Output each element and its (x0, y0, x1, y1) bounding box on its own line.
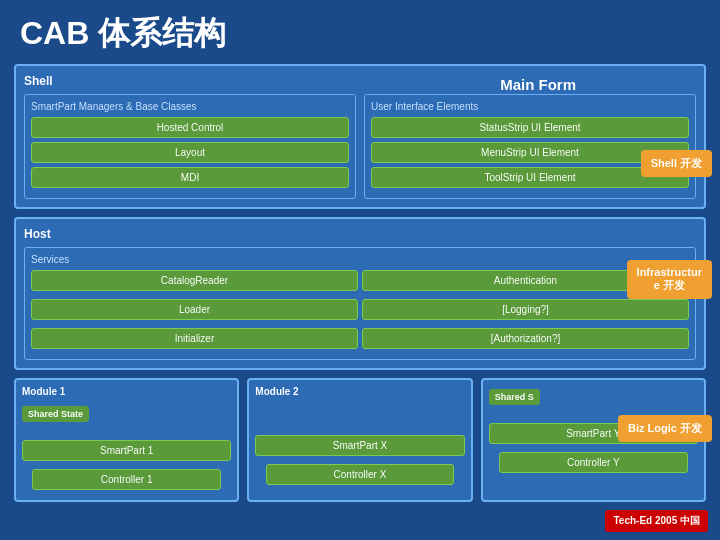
shell-right-panel: User Interface Elements StatusStrip UI E… (364, 94, 696, 199)
services-label: Services (31, 254, 689, 265)
host-label: Host (24, 227, 696, 241)
module2-label: Module 2 (255, 386, 464, 397)
module3-controller: Controller Y (499, 452, 687, 473)
module2-controller: Controller X (266, 464, 454, 485)
status-strip-box: StatusStrip UI Element (371, 117, 689, 138)
module1-smartpart: SmartPart 1 (22, 440, 231, 461)
shell-callout: Shell 开发 (641, 150, 712, 177)
catalog-reader-box: CatalogReader (31, 270, 358, 291)
biz-callout: Biz Logic 开发 (618, 415, 712, 442)
shell-label: Shell (24, 74, 53, 88)
shell-right-sub: User Interface Elements (371, 101, 689, 112)
shell-left-panel: SmartPart Managers & Base Classes Hosted… (24, 94, 356, 199)
hosted-control-box: Hosted Control (31, 117, 349, 138)
authorization-box: [Authorization?] (362, 328, 689, 349)
initializer-box: Initializer (31, 328, 358, 349)
module1-box: Module 1 Shared State SmartPart 1 Contro… (14, 378, 239, 502)
services-box: Services CatalogReader Authentication Lo… (24, 247, 696, 360)
logging-box: [Logging?] (362, 299, 689, 320)
tech-ed-logo: Tech-Ed 2005 中国 (605, 510, 708, 532)
mdi-box: MDI (31, 167, 349, 188)
module1-shared-state: Shared State (22, 406, 89, 422)
module2-smartpart: SmartPart X (255, 435, 464, 456)
module3-shared-badge: Shared S (489, 389, 540, 405)
module1-label: Module 1 (22, 386, 231, 397)
host-section: Host Services CatalogReader Authenticati… (14, 217, 706, 370)
infra-callout: Infrastructure 开发 (627, 260, 712, 299)
layout-box: Layout (31, 142, 349, 163)
module1-controller: Controller 1 (32, 469, 220, 490)
main-form-label: Main Form (500, 76, 576, 93)
shell-section: Shell Main Form SmartPart Managers & Bas… (14, 64, 706, 209)
module2-box: Module 2 SmartPart X Controller X (247, 378, 472, 502)
loader-box: Loader (31, 299, 358, 320)
page-title: CAB 体系结构 (0, 0, 720, 64)
shell-left-sub: SmartPart Managers & Base Classes (31, 101, 349, 112)
